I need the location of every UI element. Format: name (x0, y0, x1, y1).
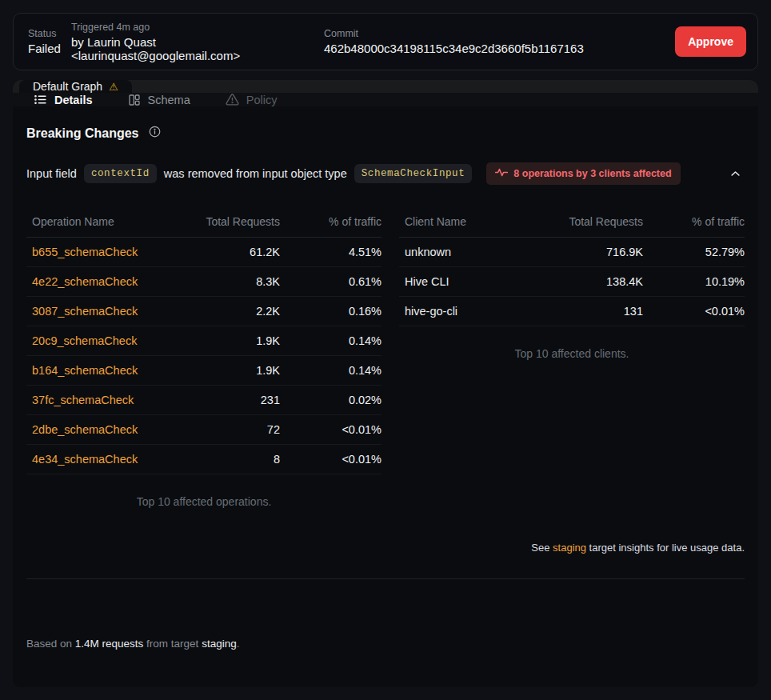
detail-nav: Details Schema (13, 93, 758, 106)
total-requests-value: 1.9K (184, 334, 280, 347)
breaking-changes-title: Breaking Changes (26, 126, 138, 141)
tab-details-label: Details (54, 94, 93, 106)
operation-link[interactable]: 20c9_schemaCheck (32, 334, 137, 347)
operation-link[interactable]: 2dbe_schemaCheck (32, 423, 138, 436)
insights-suffix: target insights for live usage data. (586, 542, 745, 554)
tab-policy-label: Policy (246, 94, 278, 106)
staging-target-link[interactable]: staging (553, 542, 586, 554)
traffic-value: <0.01% (280, 453, 382, 466)
col-operation-name: Operation Name (26, 215, 184, 228)
col-total-requests: Total Requests (547, 215, 643, 228)
traffic-value: 10.19% (643, 275, 745, 288)
breaking-changes-header: Breaking Changes (26, 126, 745, 141)
traffic-value: 0.61% (280, 275, 382, 288)
traffic-value: 0.02% (280, 394, 382, 406)
operation-link[interactable]: 3087_schemaCheck (32, 305, 138, 318)
table-row: 3087_schemaCheck 2.2K 0.16% (26, 297, 382, 326)
clients-footnote: Top 10 affected clients. (399, 347, 745, 360)
table-row: 4e22_schemaCheck 8.3K 0.61% (26, 267, 382, 297)
graph-tabstrip: Default Graph ⚠ (13, 80, 758, 93)
table-row: 20c9_schemaCheck 1.9K 0.14% (26, 326, 382, 356)
commit-label: Commit (324, 28, 675, 39)
table-row: b655_schemaCheck 61.2K 4.51% (26, 238, 382, 267)
warning-triangle-icon: ⚠ (109, 81, 118, 93)
client-name: Hive CLI (399, 275, 547, 288)
tab-policy[interactable]: Policy (226, 93, 278, 106)
usage-line-1: Based on 1.4M requests from target stagi… (26, 636, 745, 652)
alert-triangle-icon (226, 93, 239, 106)
traffic-value: 0.14% (280, 334, 382, 347)
columns-icon (128, 94, 141, 106)
usage-line-2: Usage data ranges from 28th Jan 2024 10:… (26, 684, 745, 687)
pulse-icon (495, 167, 508, 180)
operation-link[interactable]: 4e22_schemaCheck (32, 275, 138, 288)
list-icon (34, 93, 47, 106)
chevron-up-icon[interactable] (726, 165, 745, 183)
operation-link[interactable]: b655_schemaCheck (32, 246, 138, 258)
info-circle-icon[interactable] (149, 126, 161, 141)
commit-block: Commit 462b48000c34198115c34e9c2d3660f5b… (324, 28, 675, 55)
traffic-value: 52.79% (643, 246, 745, 258)
table-row: Hive CLI 138.4K 10.19% (399, 267, 745, 297)
triggered-by: by Laurin Quast <laurinquast@googlemail.… (71, 35, 324, 62)
tab-schema[interactable]: Schema (128, 94, 190, 106)
clients-rows: unknown 716.9K 52.79% Hive CLI 138.4K 10… (399, 238, 745, 326)
total-requests-value: 8 (184, 453, 280, 466)
schema-check-page: Status Failed Triggered 4m ago by Laurin… (0, 0, 771, 700)
tab-default-graph[interactable]: Default Graph ⚠ (19, 80, 132, 93)
table-row: b164_schemaCheck 1.9K 0.14% (26, 356, 382, 386)
status-value: Failed (28, 42, 71, 55)
code-chip-type: SchemaCheckInput (354, 164, 473, 183)
client-name: unknown (399, 246, 547, 258)
graph-tab-label: Default Graph (33, 80, 102, 93)
check-summary-header: Status Failed Triggered 4m ago by Laurin… (13, 13, 758, 70)
usage-summary: Based on 1.4M requests from target stagi… (26, 604, 745, 687)
change-text-middle: was removed from input object type (164, 167, 347, 180)
table-row: hive-go-cli 131 <0.01% (399, 297, 745, 326)
status-label: Status (28, 28, 71, 39)
status-block: Status Failed (28, 28, 71, 55)
operations-table-header: Operation Name Total Requests % of traff… (26, 206, 382, 238)
total-requests-value: 8.3K (184, 275, 280, 288)
table-row: 2dbe_schemaCheck 72 <0.01% (26, 415, 382, 445)
triggered-label: Triggered 4m ago (71, 22, 324, 33)
request-count: 1.4M requests (75, 638, 144, 650)
total-requests-value: 61.2K (184, 246, 280, 258)
table-row: unknown 716.9K 52.79% (399, 238, 745, 267)
operation-link[interactable]: b164_schemaCheck (32, 364, 138, 377)
operation-link[interactable]: 37fc_schemaCheck (32, 394, 134, 406)
operations-rows: b655_schemaCheck 61.2K 4.51% 4e22_schema… (26, 238, 382, 474)
traffic-value: 0.16% (280, 305, 382, 318)
total-requests-value: 138.4K (547, 275, 643, 288)
clients-table-header: Client Name Total Requests % of traffic (399, 206, 745, 238)
col-traffic: % of traffic (643, 215, 745, 228)
total-requests-value: 1.9K (184, 364, 280, 377)
check-detail-card: Default Graph ⚠ Details (13, 80, 758, 687)
traffic-value: 0.14% (280, 364, 382, 377)
details-content: Breaking Changes Input field contextId w… (13, 106, 758, 687)
breaking-change-entry[interactable]: Input field contextId was removed from i… (26, 162, 745, 185)
traffic-value: 4.51% (280, 246, 382, 258)
tab-schema-label: Schema (148, 94, 190, 106)
operations-table: Operation Name Total Requests % of traff… (26, 206, 382, 508)
operations-footnote: Top 10 affected operations. (26, 495, 382, 508)
affected-badge-label: 8 operations by 3 clients affected (513, 168, 671, 179)
footer-divider (26, 578, 745, 579)
total-requests-value: 72 (184, 423, 280, 436)
operation-link[interactable]: 4e34_schemaCheck (32, 453, 138, 466)
col-total-requests: Total Requests (184, 215, 280, 228)
clients-table: Client Name Total Requests % of traffic … (399, 206, 745, 360)
triggered-block: Triggered 4m ago by Laurin Quast <laurin… (71, 22, 324, 62)
tab-details[interactable]: Details (34, 93, 93, 106)
total-requests-value: 131 (547, 305, 643, 318)
insights-prefix: See (531, 542, 553, 554)
total-requests-value: 2.2K (184, 305, 280, 318)
table-row: 4e34_schemaCheck 8 <0.01% (26, 445, 382, 474)
traffic-value: <0.01% (643, 305, 745, 318)
date-to: 27th Feb 2024 10:17 (GMT+1) (258, 686, 405, 687)
target-name: staging (202, 638, 237, 650)
insights-note: See staging target insights for live usa… (26, 542, 745, 554)
total-requests-value: 716.9K (547, 246, 643, 258)
date-from: 28th Jan 2024 10:17 (146, 686, 244, 687)
approve-button[interactable]: Approve (675, 26, 746, 57)
